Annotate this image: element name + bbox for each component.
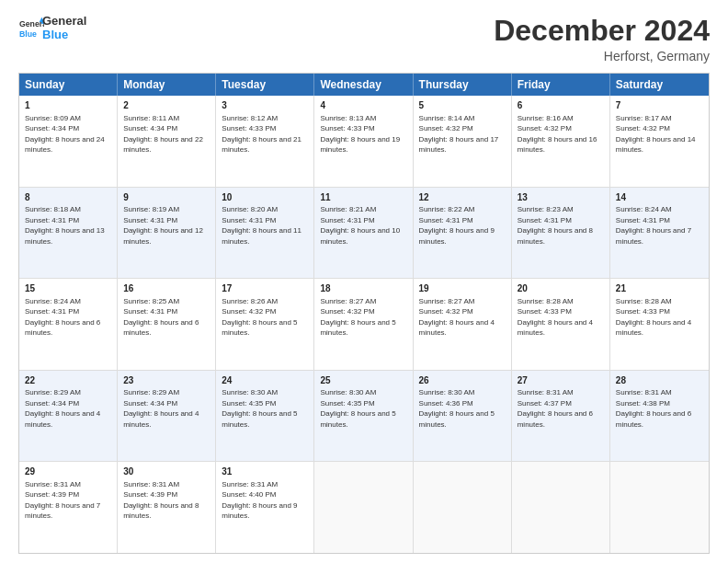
- cell-info: Sunrise: 8:21 AMSunset: 4:31 PMDaylight:…: [320, 205, 400, 245]
- calendar-cell: 4Sunrise: 8:13 AMSunset: 4:33 PMDaylight…: [314, 96, 413, 187]
- calendar-body: 1Sunrise: 8:09 AMSunset: 4:34 PMDaylight…: [19, 96, 709, 553]
- calendar-cell: 23Sunrise: 8:29 AMSunset: 4:34 PMDayligh…: [118, 371, 216, 462]
- cell-info: Sunrise: 8:18 AMSunset: 4:31 PMDaylight:…: [25, 205, 105, 245]
- weekday-header: Tuesday: [216, 74, 314, 96]
- day-number: 6: [518, 99, 604, 112]
- cell-info: Sunrise: 8:30 AMSunset: 4:35 PMDaylight:…: [222, 388, 297, 428]
- month-title: December 2024: [494, 15, 710, 47]
- logo-text-general: General: [42, 15, 86, 29]
- cell-info: Sunrise: 8:16 AMSunset: 4:32 PMDaylight:…: [518, 114, 597, 154]
- day-number: 18: [320, 282, 406, 295]
- calendar-row: 22Sunrise: 8:29 AMSunset: 4:34 PMDayligh…: [19, 371, 709, 463]
- calendar-cell: 27Sunrise: 8:31 AMSunset: 4:37 PMDayligh…: [512, 371, 610, 462]
- calendar-cell: 18Sunrise: 8:27 AMSunset: 4:32 PMDayligh…: [314, 279, 413, 370]
- day-number: 19: [419, 282, 506, 295]
- cell-info: Sunrise: 8:27 AMSunset: 4:32 PMDaylight:…: [320, 297, 395, 337]
- calendar-row: 8Sunrise: 8:18 AMSunset: 4:31 PMDaylight…: [19, 188, 709, 280]
- calendar-cell: 14Sunrise: 8:24 AMSunset: 4:31 PMDayligh…: [610, 188, 709, 279]
- header: General Blue General Blue December 2024 …: [18, 15, 710, 63]
- day-number: 16: [123, 282, 210, 295]
- day-number: 5: [419, 99, 506, 112]
- day-number: 9: [123, 191, 210, 204]
- day-number: 29: [25, 465, 111, 478]
- cell-info: Sunrise: 8:17 AMSunset: 4:32 PMDaylight:…: [616, 114, 696, 154]
- cell-info: Sunrise: 8:19 AMSunset: 4:31 PMDaylight:…: [123, 205, 203, 245]
- cell-info: Sunrise: 8:20 AMSunset: 4:31 PMDaylight:…: [222, 205, 301, 245]
- cell-info: Sunrise: 8:29 AMSunset: 4:34 PMDaylight:…: [25, 388, 100, 428]
- cell-info: Sunrise: 8:31 AMSunset: 4:38 PMDaylight:…: [616, 388, 691, 428]
- day-number: 24: [222, 374, 308, 387]
- calendar-cell: 1Sunrise: 8:09 AMSunset: 4:34 PMDaylight…: [19, 96, 118, 187]
- weekday-header: Saturday: [610, 74, 709, 96]
- calendar-row: 1Sunrise: 8:09 AMSunset: 4:34 PMDaylight…: [19, 96, 709, 188]
- day-number: 13: [518, 191, 604, 204]
- day-number: 8: [25, 191, 111, 204]
- weekday-header: Monday: [118, 74, 216, 96]
- day-number: 25: [320, 374, 406, 387]
- calendar-cell: 30Sunrise: 8:31 AMSunset: 4:39 PMDayligh…: [118, 462, 216, 553]
- weekday-header: Wednesday: [314, 74, 413, 96]
- weekday-header: Thursday: [414, 74, 512, 96]
- calendar-cell: 26Sunrise: 8:30 AMSunset: 4:36 PMDayligh…: [414, 371, 512, 462]
- day-number: 2: [123, 99, 210, 112]
- day-number: 21: [616, 282, 703, 295]
- cell-info: Sunrise: 8:13 AMSunset: 4:33 PMDaylight:…: [320, 114, 400, 154]
- cell-info: Sunrise: 8:31 AMSunset: 4:37 PMDaylight:…: [518, 388, 593, 428]
- calendar-cell: 20Sunrise: 8:28 AMSunset: 4:33 PMDayligh…: [512, 279, 610, 370]
- calendar-cell: 12Sunrise: 8:22 AMSunset: 4:31 PMDayligh…: [414, 188, 512, 279]
- day-number: 27: [518, 374, 604, 387]
- cell-info: Sunrise: 8:25 AMSunset: 4:31 PMDaylight:…: [123, 297, 199, 337]
- day-number: 30: [123, 465, 210, 478]
- calendar-cell: 13Sunrise: 8:23 AMSunset: 4:31 PMDayligh…: [512, 188, 610, 279]
- calendar-cell: 25Sunrise: 8:30 AMSunset: 4:35 PMDayligh…: [314, 371, 413, 462]
- day-number: 10: [222, 191, 308, 204]
- cell-info: Sunrise: 8:28 AMSunset: 4:33 PMDaylight:…: [616, 297, 691, 337]
- calendar-cell: 29Sunrise: 8:31 AMSunset: 4:39 PMDayligh…: [19, 462, 118, 553]
- weekday-header: Friday: [512, 74, 610, 96]
- calendar-cell: 16Sunrise: 8:25 AMSunset: 4:31 PMDayligh…: [118, 279, 216, 370]
- weekday-header: Sunday: [19, 74, 118, 96]
- day-number: 22: [25, 374, 111, 387]
- cell-info: Sunrise: 8:29 AMSunset: 4:34 PMDaylight:…: [123, 388, 199, 428]
- day-number: 3: [222, 99, 308, 112]
- calendar-cell: 21Sunrise: 8:28 AMSunset: 4:33 PMDayligh…: [610, 279, 709, 370]
- logo-text-blue: Blue: [42, 29, 86, 42]
- cell-info: Sunrise: 8:26 AMSunset: 4:32 PMDaylight:…: [222, 297, 297, 337]
- cell-info: Sunrise: 8:14 AMSunset: 4:32 PMDaylight:…: [419, 114, 499, 154]
- calendar-cell: 31Sunrise: 8:31 AMSunset: 4:40 PMDayligh…: [216, 462, 314, 553]
- location: Herforst, Germany: [494, 49, 710, 63]
- cell-info: Sunrise: 8:24 AMSunset: 4:31 PMDaylight:…: [616, 205, 691, 245]
- cell-info: Sunrise: 8:30 AMSunset: 4:35 PMDaylight:…: [320, 388, 395, 428]
- calendar-cell: 24Sunrise: 8:30 AMSunset: 4:35 PMDayligh…: [216, 371, 314, 462]
- calendar-cell: 22Sunrise: 8:29 AMSunset: 4:34 PMDayligh…: [19, 371, 118, 462]
- cell-info: Sunrise: 8:27 AMSunset: 4:32 PMDaylight:…: [419, 297, 495, 337]
- day-number: 17: [222, 282, 308, 295]
- cell-info: Sunrise: 8:11 AMSunset: 4:34 PMDaylight:…: [123, 114, 203, 154]
- day-number: 7: [616, 99, 703, 112]
- calendar-cell: 9Sunrise: 8:19 AMSunset: 4:31 PMDaylight…: [118, 188, 216, 279]
- cell-info: Sunrise: 8:31 AMSunset: 4:40 PMDaylight:…: [222, 480, 297, 520]
- page: General Blue General Blue December 2024 …: [0, 0, 728, 563]
- calendar: SundayMondayTuesdayWednesdayThursdayFrid…: [18, 73, 710, 554]
- day-number: 28: [616, 374, 703, 387]
- day-number: 12: [419, 191, 506, 204]
- logo: General Blue General Blue: [18, 15, 86, 42]
- calendar-cell-empty: [314, 462, 413, 553]
- calendar-cell: 3Sunrise: 8:12 AMSunset: 4:33 PMDaylight…: [216, 96, 314, 187]
- svg-text:Blue: Blue: [19, 29, 37, 39]
- day-number: 20: [518, 282, 604, 295]
- cell-info: Sunrise: 8:24 AMSunset: 4:31 PMDaylight:…: [25, 297, 100, 337]
- day-number: 14: [616, 191, 703, 204]
- calendar-header: SundayMondayTuesdayWednesdayThursdayFrid…: [19, 74, 709, 96]
- calendar-cell: 11Sunrise: 8:21 AMSunset: 4:31 PMDayligh…: [314, 188, 413, 279]
- cell-info: Sunrise: 8:12 AMSunset: 4:33 PMDaylight:…: [222, 114, 301, 154]
- day-number: 23: [123, 374, 210, 387]
- calendar-cell: 19Sunrise: 8:27 AMSunset: 4:32 PMDayligh…: [414, 279, 512, 370]
- day-number: 4: [320, 99, 406, 112]
- day-number: 1: [25, 99, 111, 112]
- calendar-cell: 15Sunrise: 8:24 AMSunset: 4:31 PMDayligh…: [19, 279, 118, 370]
- calendar-cell-empty: [512, 462, 610, 553]
- calendar-cell: 6Sunrise: 8:16 AMSunset: 4:32 PMDaylight…: [512, 96, 610, 187]
- day-number: 26: [419, 374, 506, 387]
- calendar-cell-empty: [610, 462, 709, 553]
